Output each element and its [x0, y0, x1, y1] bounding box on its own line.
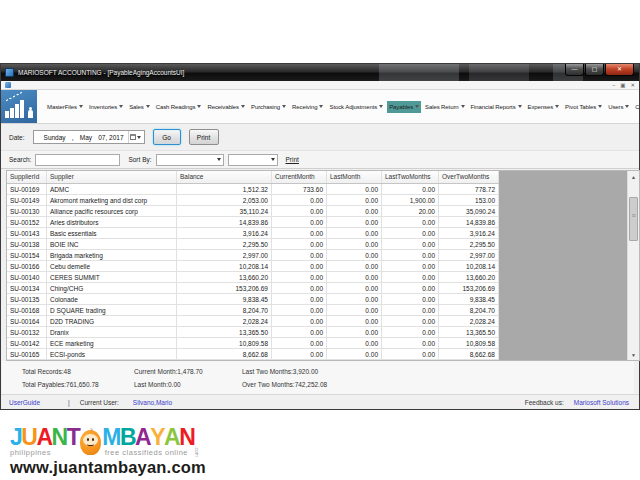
go-button[interactable]: Go: [153, 129, 181, 145]
table-cell: 0.00: [272, 261, 327, 271]
menu-item-config[interactable]: Config: [633, 101, 639, 113]
table-cell: 1,512.32: [177, 184, 272, 194]
table-row[interactable]: SU-00142ECE marketing10,809.580.000.000.…: [7, 338, 499, 349]
date-label: Date:: [9, 134, 25, 141]
calendar-icon: [130, 134, 136, 140]
print-button[interactable]: Print: [189, 129, 219, 145]
table-row[interactable]: SU-00140CERES SUMMIT13,660.200.000.000.0…: [7, 272, 499, 283]
feedback-link[interactable]: Mariosoft Solutions: [574, 399, 629, 406]
table-row[interactable]: SU-00165ECSI-ponds8,662.680.000.000.008,…: [7, 349, 499, 360]
print-link[interactable]: Print: [286, 156, 299, 163]
table-row[interactable]: SU-00134Ching/CHG153,206.690.000.000.001…: [7, 283, 499, 294]
chevron-down-icon: [282, 105, 286, 108]
menu-item-masterfiles[interactable]: MasterFiles: [45, 101, 85, 113]
brand-letter: U: [21, 424, 36, 450]
sort-combo-1[interactable]: [156, 154, 224, 166]
table-cell: 13,365.50: [439, 327, 499, 337]
maximize-button[interactable]: ▢: [585, 64, 604, 76]
column-header-lastmonth[interactable]: LastMonth: [327, 171, 382, 183]
menu-item-users[interactable]: Users: [606, 101, 631, 113]
date-picker[interactable]: Sunday,May07, 2017: [33, 130, 145, 144]
last-two-months-total: Last Two Months:3,920.00: [242, 368, 318, 375]
table-row[interactable]: SU-00169ADMC1,512.32733.600.000.00778.72: [7, 184, 499, 195]
table-row[interactable]: SU-00135Colonade9,838.450.000.000.009,83…: [7, 294, 499, 305]
table-cell: 35,090.24: [439, 206, 499, 216]
menu-item-pivot-tables[interactable]: Pivot Tables: [563, 101, 604, 113]
table-row[interactable]: SU-00138BOIE INC2,295.500.000.000.002,29…: [7, 239, 499, 250]
table-cell: 10,809.58: [177, 338, 272, 348]
menu-item-sales-return[interactable]: Sales Return: [423, 101, 467, 113]
menu-item-financial-reports[interactable]: Financial Reports: [469, 101, 524, 113]
mdi-minimize-button[interactable]: –: [612, 81, 615, 89]
table-row[interactable]: SU-00166Cebu demelle10,208.140.000.000.0…: [7, 261, 499, 272]
table-cell: 2,997.00: [177, 250, 272, 260]
column-header-overtwomonths[interactable]: OverTwoMonths: [439, 171, 499, 183]
menu-item-receivables[interactable]: Receivables: [205, 101, 247, 113]
table-row[interactable]: SU-00168D SQUARE trading8,204.700.000.00…: [7, 305, 499, 316]
table-cell: 0.00: [382, 316, 439, 326]
table-cell: SU-00166: [7, 261, 47, 271]
chevron-down-icon: [197, 105, 201, 108]
column-header-supplierid[interactable]: SupplierId: [7, 171, 47, 183]
app-icon: [5, 68, 14, 77]
table-row[interactable]: SU-00154Brigada marketing2,997.000.000.0…: [7, 250, 499, 261]
chevron-down-icon: [319, 105, 323, 108]
table-cell: SU-00149: [7, 195, 47, 205]
menu-item-expenses[interactable]: Expenses: [526, 101, 562, 113]
app-logo: [1, 90, 37, 123]
table-row[interactable]: SU-00130Alliance pacific resources corp3…: [7, 206, 499, 217]
menu-item-sales[interactable]: Sales: [127, 101, 152, 113]
minimize-button[interactable]: —: [565, 64, 584, 76]
scrollbar-thumb[interactable]: [629, 197, 638, 241]
menu-item-purchasing[interactable]: Purchasing: [249, 101, 288, 113]
status-separator: |: [68, 399, 70, 406]
total-payables: Total Payables:761,650.78: [22, 381, 99, 388]
app-window: MARIOSOFT ACCOUNTING - [PayableAgingAcco…: [0, 63, 640, 410]
table-row[interactable]: SU-00152Aries distributors14,839.860.000…: [7, 217, 499, 228]
table-cell: 733.60: [272, 184, 327, 194]
menu-item-payables[interactable]: Payables: [387, 101, 421, 113]
menu-item-inventories[interactable]: Inventories: [87, 101, 125, 113]
table-row[interactable]: SU-00149Akromont marketing and dist corp…: [7, 195, 499, 206]
search-input[interactable]: [35, 154, 120, 166]
menu-item-label: Cash Readings: [156, 104, 196, 110]
table-cell: Ching/CHG: [47, 283, 177, 293]
table-cell: 153,206.69: [177, 283, 272, 293]
scroll-up-icon[interactable]: ▲: [628, 171, 639, 182]
table-cell: Alliance pacific resources corp: [47, 206, 177, 216]
menu-item-cash-readings[interactable]: Cash Readings: [154, 101, 204, 113]
table-row[interactable]: SU-00132Dranix13,365.500.000.000.0013,36…: [7, 327, 499, 338]
date-value: Sunday,May07, 2017: [36, 134, 128, 141]
user-guide-link[interactable]: UserGuide: [9, 399, 40, 406]
window-controls: — ▢ ✕: [564, 64, 634, 76]
table-cell: 2,997.00: [439, 250, 499, 260]
feedback-label: Feedback us:: [525, 399, 564, 406]
calendar-dropdown-button[interactable]: [128, 131, 142, 143]
table-cell: 0.00: [382, 250, 439, 260]
vertical-scrollbar[interactable]: ▲ ▼: [627, 171, 639, 360]
table-row[interactable]: SU-00164D2D TRADING2,028.240.000.000.002…: [7, 316, 499, 327]
table-row[interactable]: SU-00143Basic essentials3,916.240.000.00…: [7, 228, 499, 239]
menu-item-stock-adjustments[interactable]: Stock Adjustments: [327, 101, 385, 113]
table-cell: 0.00: [382, 261, 439, 271]
column-header-supplier[interactable]: Supplier: [47, 171, 177, 183]
sort-combo-2[interactable]: [228, 154, 278, 166]
current-user-link[interactable]: Silvano,Mario: [133, 399, 172, 406]
brand-letter: N: [52, 424, 67, 450]
mdi-restore-button[interactable]: ▣: [620, 81, 625, 89]
scroll-down-icon[interactable]: ▼: [628, 349, 639, 360]
mdi-close-button[interactable]: ✕: [630, 81, 635, 89]
column-header-balance[interactable]: Balance: [177, 171, 272, 183]
close-button[interactable]: ✕: [605, 64, 634, 76]
column-header-currentmonth[interactable]: CurrentMonth: [272, 171, 327, 183]
table-cell: D2D TRADING: [47, 316, 177, 326]
table-cell: 8,204.70: [439, 305, 499, 315]
menu-item-receiving[interactable]: Receiving: [290, 101, 325, 113]
table-cell: SU-00138: [7, 239, 47, 249]
table-cell: Brigada marketing: [47, 250, 177, 260]
table-cell: SU-00154: [7, 250, 47, 260]
juantambayan-watermark: JUANT᭡MBAYAN.com philippines free classi…: [10, 420, 220, 477]
column-header-lasttwomonths[interactable]: LastTwoMonths: [382, 171, 439, 183]
menu-item-label: Users: [608, 104, 623, 110]
statusbar: UserGuide | Current User: Silvano,Mario …: [1, 394, 639, 409]
